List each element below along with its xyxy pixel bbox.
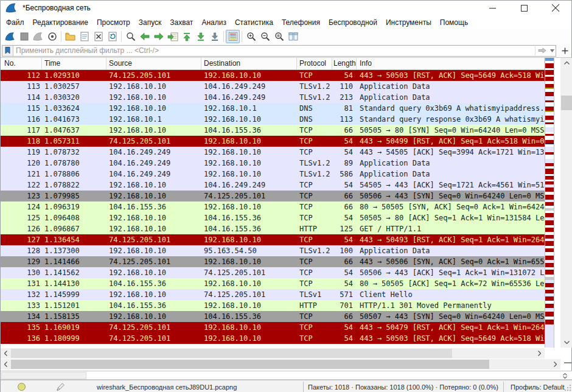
packet-row-129[interactable]: 1291.14146674.125.205.101192.168.10.10TC… xyxy=(1,256,545,267)
column-header-protocol[interactable]: Protocol xyxy=(297,58,332,69)
detail-pane-hscrollbar-thumb[interactable] xyxy=(11,360,489,369)
colorize-packets-icon[interactable] xyxy=(226,30,240,43)
packet-row-118[interactable]: 1181.05731174.125.205.101192.168.10.10TC… xyxy=(1,136,545,147)
apply-filter-icon[interactable] xyxy=(535,46,548,55)
open-file-icon[interactable] xyxy=(63,30,77,43)
column-header-destination[interactable]: Destination xyxy=(201,58,297,69)
menu-item-2[interactable]: Просмотр xyxy=(92,16,134,29)
collapsed-pane-strip xyxy=(1,371,572,380)
packet-row-133[interactable]: 1331.151201104.16.155.36192.168.10.10HTT… xyxy=(1,300,545,311)
menu-item-9[interactable]: Инструменты xyxy=(382,16,436,29)
menu-item-6[interactable]: Статистика xyxy=(231,16,277,29)
filter-bar xyxy=(1,44,571,58)
column-header-time[interactable]: Time xyxy=(42,58,106,69)
packet-row-128[interactable]: 1281.137300192.168.10.1095.163.54.50TLSv… xyxy=(1,245,545,256)
go-back-icon[interactable] xyxy=(138,30,152,43)
scroll-down-icon[interactable] xyxy=(560,337,572,348)
zoom-reset-icon[interactable] xyxy=(272,30,286,43)
zoom-in-icon[interactable] xyxy=(244,30,258,43)
title-bar: *Беспроводная сеть xyxy=(1,1,571,15)
find-packet-icon[interactable] xyxy=(124,30,138,43)
wireshark-logo-icon xyxy=(5,2,18,13)
packet-row-134[interactable]: 1341.158135192.168.10.10104.16.155.36TCP… xyxy=(1,311,545,322)
menu-item-7[interactable]: Телефония xyxy=(277,16,324,29)
add-filter-button-icon[interactable] xyxy=(559,45,570,57)
menu-item-3[interactable]: Запуск xyxy=(134,16,166,29)
maximize-button[interactable] xyxy=(508,1,540,15)
packet-row-130[interactable]: 1301.141562192.168.10.1074.125.205.101TC… xyxy=(1,267,545,278)
packet-row-123[interactable]: 1231.079985192.168.10.1074.125.205.101TC… xyxy=(1,191,545,201)
scroll-right-icon[interactable] xyxy=(534,348,545,359)
capture-options-icon[interactable] xyxy=(45,30,59,43)
packet-row-113[interactable]: 1131.030257192.168.10.10104.16.249.249TL… xyxy=(1,81,545,92)
scroll-up-icon[interactable] xyxy=(560,58,572,68)
zoom-out-icon[interactable] xyxy=(258,30,272,43)
display-filter-input[interactable] xyxy=(13,46,535,55)
packet-row-119[interactable]: 1191.078732104.16.249.249192.168.10.10TC… xyxy=(1,147,545,158)
packet-row-112[interactable]: 1121.02931074.125.205.101192.168.10.10TC… xyxy=(1,70,545,81)
start-capture-icon[interactable] xyxy=(3,30,17,43)
menu-item-5[interactable]: Анализ xyxy=(197,16,231,29)
packet-row-120[interactable]: 1201.078780104.16.249.249192.168.10.10TL… xyxy=(1,158,545,169)
packet-row-116[interactable]: 1161.041673192.168.10.1192.168.10.10DNS1… xyxy=(1,114,545,125)
save-file-icon[interactable] xyxy=(77,30,91,43)
auto-scroll-icon[interactable] xyxy=(208,30,221,43)
statusbar-divider xyxy=(503,382,504,392)
resize-grip[interactable] xyxy=(564,384,571,391)
profile-label[interactable]: Профиль: Default xyxy=(511,383,564,391)
packet-row-136[interactable]: 1361.18099974.125.205.101192.168.10.10TC… xyxy=(1,333,545,344)
capture-comment-icon[interactable] xyxy=(56,383,65,391)
packet-list-hscrollbar-thumb[interactable] xyxy=(11,349,452,358)
packet-row-125[interactable]: 1251.096408192.168.10.10104.16.155.36TCP… xyxy=(1,212,545,223)
packet-counts: Пакеты: 1018 · Показаны: 1018 (100.0%) ·… xyxy=(308,383,498,391)
collapsed-pane-scrollbar-thumb[interactable] xyxy=(1,372,86,379)
display-filter-box[interactable] xyxy=(2,45,556,57)
packet-row-131[interactable]: 1311.144130104.16.155.36192.168.10.10TCP… xyxy=(1,278,545,289)
detail-pane-hscrollbar[interactable] xyxy=(1,359,560,369)
column-header-no[interactable]: No. xyxy=(1,58,42,69)
column-header-length[interactable]: Length xyxy=(332,58,357,69)
packet-row-115[interactable]: 1151.033624192.168.10.10192.168.10.1DNS8… xyxy=(1,103,545,114)
go-last-icon[interactable] xyxy=(194,30,208,43)
menu-item-10[interactable]: Помощь xyxy=(436,16,472,29)
packet-row-135[interactable]: 1351.16901974.125.205.101192.168.10.10TC… xyxy=(1,322,545,333)
packet-row-126[interactable]: 1261.096867192.168.10.10104.16.155.36HTT… xyxy=(1,223,545,234)
packet-list-hscrollbar[interactable] xyxy=(1,348,545,359)
go-first-icon[interactable] xyxy=(180,30,194,43)
spinner-up-icon[interactable] xyxy=(563,373,567,376)
reload-file-icon[interactable] xyxy=(105,30,119,43)
expert-info-icon[interactable] xyxy=(18,383,26,391)
packet-row-117[interactable]: 1171.047637192.168.10.10104.16.155.36TCP… xyxy=(1,125,545,136)
packet-row-127[interactable]: 1271.13645474.125.205.101192.168.10.10TC… xyxy=(1,234,545,245)
filter-bookmark-icon[interactable] xyxy=(2,46,13,56)
packet-row-114[interactable]: 1141.030320192.168.10.10104.16.249.249TL… xyxy=(1,92,545,103)
packet-row-122[interactable]: 1221.078822192.168.10.10104.16.249.249TC… xyxy=(1,180,545,191)
vertical-scrollbar[interactable] xyxy=(560,58,572,348)
stop-capture-icon[interactable] xyxy=(17,30,31,43)
filter-dropdown-icon[interactable] xyxy=(548,46,556,55)
menu-item-1[interactable]: Редактирование xyxy=(29,16,92,29)
vertical-scrollbar-thumb[interactable] xyxy=(561,96,572,110)
minimize-button[interactable] xyxy=(476,1,508,15)
close-button[interactable] xyxy=(540,1,571,15)
scroll-left-icon[interactable] xyxy=(1,359,11,369)
close-file-icon[interactable] xyxy=(91,30,105,43)
splitter-handle[interactable] xyxy=(564,362,571,363)
scroll-right-icon[interactable] xyxy=(550,359,560,369)
resize-columns-icon[interactable] xyxy=(286,30,300,43)
column-header-info[interactable]: Info xyxy=(357,58,545,69)
menu-item-0[interactable]: Файл xyxy=(2,16,29,29)
collapsed-pane-spinner[interactable] xyxy=(561,371,568,380)
restart-capture-icon[interactable] xyxy=(31,30,45,43)
packet-row-132[interactable]: 1321.145999192.168.10.1074.125.205.101TL… xyxy=(1,289,545,300)
menu-item-4[interactable]: Захват xyxy=(166,16,197,29)
go-forward-icon[interactable] xyxy=(152,30,166,43)
spinner-down-icon[interactable] xyxy=(563,376,567,379)
scroll-left-icon[interactable] xyxy=(1,348,11,359)
packet-row-124[interactable]: 1241.096319104.16.155.36192.168.10.10TCP… xyxy=(1,201,545,212)
menu-item-8[interactable]: Беспроводной xyxy=(324,16,382,29)
column-header-source[interactable]: Source xyxy=(106,58,201,69)
go-to-packet-icon[interactable] xyxy=(166,30,180,43)
packet-row-121[interactable]: 1211.078806104.16.249.249192.168.10.10TL… xyxy=(1,169,545,180)
packet-map-scrollbar[interactable] xyxy=(545,58,554,348)
